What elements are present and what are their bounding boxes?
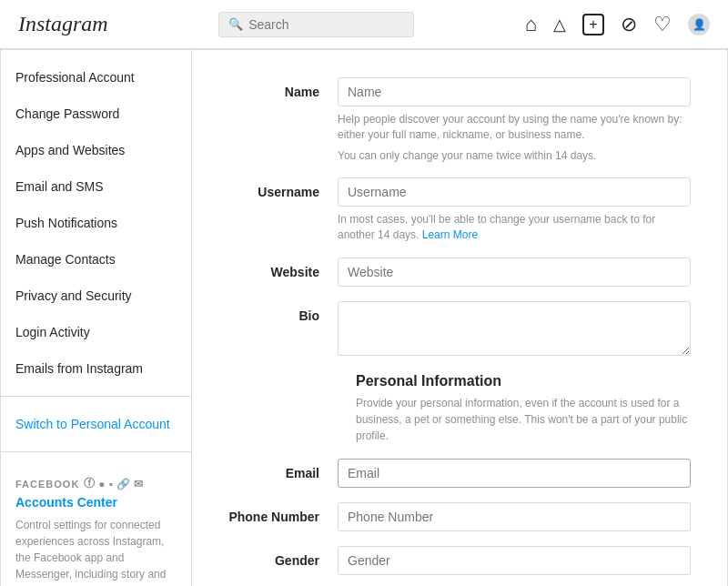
sidebar-item-password[interactable]: Change Password bbox=[1, 96, 191, 132]
sidebar-item-apps[interactable]: Apps and Websites bbox=[1, 132, 191, 168]
activity-icon[interactable]: △ bbox=[553, 15, 566, 35]
gender-input[interactable] bbox=[338, 546, 691, 575]
switch-account-link[interactable]: Switch to Personal Account bbox=[1, 406, 191, 442]
accounts-center-link[interactable]: Accounts Center bbox=[15, 495, 177, 510]
facebook-section: FACEBOOK ⓕ ● ▪ 🔗 ✉ Accounts Center Contr… bbox=[1, 461, 191, 586]
name-hint-2: You can only change your name twice with… bbox=[338, 148, 691, 164]
phone-input[interactable] bbox=[338, 502, 691, 531]
website-input[interactable] bbox=[338, 258, 691, 287]
phone-field-wrap bbox=[338, 502, 691, 531]
edit-profile-form: Name Help people discover your account b… bbox=[192, 50, 727, 586]
fb-msg-icon: ✉ bbox=[134, 478, 144, 490]
sidebar-item-push[interactable]: Push Notifications bbox=[1, 205, 191, 241]
settings-sidebar: Professional Account Change Password App… bbox=[1, 50, 192, 586]
home-icon[interactable]: ⌂ bbox=[525, 13, 537, 36]
website-field-wrap bbox=[338, 258, 691, 287]
sidebar-item-professional[interactable]: Professional Account bbox=[1, 59, 191, 96]
fb-square-icon: ▪ bbox=[109, 478, 114, 490]
phone-label: Phone Number bbox=[228, 502, 338, 524]
email-row: Email bbox=[228, 459, 691, 488]
sidebar-divider-2 bbox=[1, 451, 191, 452]
facebook-icons: ⓕ ● ▪ 🔗 ✉ bbox=[84, 476, 144, 491]
sidebar-divider bbox=[1, 396, 191, 397]
search-icon: 🔍 bbox=[228, 17, 243, 31]
app-header: Instagram 🔍 ⌂ △ + ⊘ ♡ 👤 bbox=[0, 0, 728, 49]
learn-more-link[interactable]: Learn More bbox=[422, 228, 478, 241]
personal-info-title: Personal Information bbox=[356, 373, 691, 389]
sidebar-item-emails[interactable]: Emails from Instagram bbox=[1, 350, 191, 387]
name-row: Name Help people discover your account b… bbox=[228, 77, 691, 163]
instagram-logo: Instagram bbox=[18, 12, 108, 36]
explore-icon[interactable]: ⊘ bbox=[621, 13, 637, 36]
fb-icon: ⓕ bbox=[84, 476, 96, 491]
email-input[interactable] bbox=[338, 459, 691, 488]
sidebar-item-privacy[interactable]: Privacy and Security bbox=[1, 278, 191, 314]
username-input[interactable] bbox=[338, 177, 691, 207]
bio-input[interactable] bbox=[338, 301, 691, 356]
name-label: Name bbox=[228, 77, 338, 99]
profile-icon[interactable]: 👤 bbox=[688, 14, 710, 35]
name-field-wrap: Help people discover your account by usi… bbox=[338, 77, 691, 163]
fb-circle-icon: ● bbox=[98, 478, 106, 490]
gender-row: Gender bbox=[228, 546, 691, 575]
email-field-wrap bbox=[338, 459, 691, 488]
bio-label: Bio bbox=[228, 301, 338, 323]
search-input[interactable] bbox=[248, 17, 404, 32]
username-label: Username bbox=[228, 177, 338, 199]
sidebar-item-login[interactable]: Login Activity bbox=[1, 314, 191, 350]
notifications-icon[interactable]: ♡ bbox=[653, 13, 672, 36]
email-label: Email bbox=[228, 459, 338, 480]
sidebar-item-email-sms[interactable]: Email and SMS bbox=[1, 168, 191, 205]
username-field-wrap: In most cases, you'll be able to change … bbox=[338, 177, 691, 243]
facebook-label: FACEBOOK ⓕ ● ▪ 🔗 ✉ bbox=[15, 476, 177, 491]
fb-link-icon: 🔗 bbox=[116, 478, 131, 490]
facebook-description: Control settings for connected experienc… bbox=[15, 517, 177, 586]
website-row: Website bbox=[228, 258, 691, 287]
name-input[interactable] bbox=[338, 77, 691, 106]
bio-row: Bio bbox=[228, 301, 691, 359]
username-row: Username In most cases, you'll be able t… bbox=[228, 177, 691, 243]
website-label: Website bbox=[228, 258, 338, 279]
add-post-icon[interactable]: + bbox=[582, 14, 604, 35]
phone-row: Phone Number bbox=[228, 502, 691, 531]
settings-page: Professional Account Change Password App… bbox=[0, 49, 728, 586]
personal-info-header: Personal Information Provide your person… bbox=[228, 373, 691, 444]
bio-field-wrap bbox=[338, 301, 691, 359]
sidebar-item-contacts[interactable]: Manage Contacts bbox=[1, 241, 191, 278]
search-bar[interactable]: 🔍 bbox=[218, 12, 414, 37]
name-hint-1: Help people discover your account by usi… bbox=[338, 112, 691, 143]
header-actions: ⌂ △ + ⊘ ♡ 👤 bbox=[525, 13, 710, 36]
username-hint: In most cases, you'll be able to change … bbox=[338, 212, 691, 243]
gender-label: Gender bbox=[228, 546, 338, 568]
gender-field-wrap bbox=[338, 546, 691, 575]
personal-info-desc: Provide your personal information, even … bbox=[356, 395, 691, 444]
